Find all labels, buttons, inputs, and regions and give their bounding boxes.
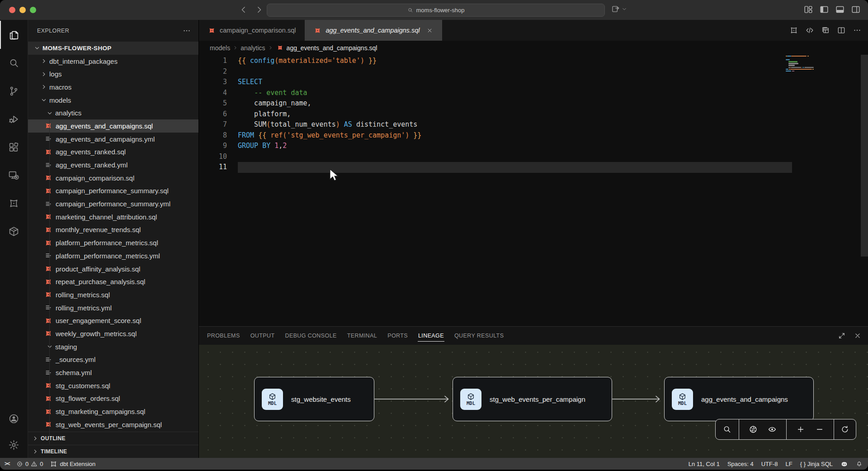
status-lf[interactable]: LF xyxy=(786,461,793,467)
breadcrumb-item[interactable]: models xyxy=(210,44,230,52)
dbt-extension-status[interactable]: dbt Extension xyxy=(50,460,95,468)
file-product_affinity_analysis.sql[interactable]: product_affinity_analysis.sql xyxy=(28,262,198,276)
folder-macros[interactable]: macros xyxy=(28,81,198,94)
panel-bottom-icon[interactable] xyxy=(835,5,845,14)
layout-grid-icon[interactable] xyxy=(803,5,813,14)
file-agg_events_and_campaigns.sql[interactable]: agg_events_and_campaigns.sql xyxy=(28,119,198,133)
window-action[interactable] xyxy=(611,5,627,14)
file-agg_events_and_campaigns.yml[interactable]: agg_events_and_campaigns.yml xyxy=(28,133,198,146)
activity-accounts[interactable] xyxy=(0,405,28,432)
folder-logs[interactable]: logs xyxy=(28,67,198,81)
code-line[interactable]: 5 campaign_name, xyxy=(199,98,868,109)
code-icon[interactable] xyxy=(805,26,814,35)
more-icon[interactable] xyxy=(853,26,862,35)
panel-right-icon[interactable] xyxy=(851,5,861,14)
dbt-logo-outline-icon[interactable] xyxy=(789,26,798,35)
status-utf-8[interactable]: UTF-8 xyxy=(761,461,778,467)
code-line[interactable]: 9GROUP BY 1,2 xyxy=(199,141,868,152)
file-rolling_metrics.yml[interactable]: rolling_metrics.yml xyxy=(28,301,198,314)
code-line[interactable]: 7 SUM(total_num_events) AS distinct_even… xyxy=(199,119,868,130)
status-spaces-4[interactable]: Spaces: 4 xyxy=(727,461,754,467)
activity-remote-explorer[interactable] xyxy=(0,161,28,189)
section-outline[interactable]: OUTLINE xyxy=(28,432,198,445)
folder-models[interactable]: models xyxy=(28,94,198,107)
search-icon[interactable] xyxy=(722,425,731,434)
file-rolling_metrics.sql[interactable]: rolling_metrics.sql xyxy=(28,288,198,301)
plus-icon[interactable] xyxy=(796,425,805,434)
activity-source-control[interactable] xyxy=(0,77,28,105)
editor-scrollbar[interactable] xyxy=(861,55,868,257)
file-repeat_purchase_analysis.sql[interactable]: repeat_purchase_analysis.sql xyxy=(28,275,198,288)
activity-search[interactable] xyxy=(0,49,28,77)
back-arrow-icon[interactable] xyxy=(239,5,248,14)
file-monthly_revenue_trends.sql[interactable]: monthly_revenue_trends.sql xyxy=(28,224,198,237)
activity-settings[interactable] xyxy=(0,432,28,458)
file-agg_events_ranked.yml[interactable]: agg_events_ranked.yml xyxy=(28,158,198,171)
remote-indicator[interactable]: >< xyxy=(5,461,9,467)
code-line[interactable]: 11 xyxy=(199,162,868,173)
minimize-window-button[interactable] xyxy=(19,7,26,13)
tree-root[interactable]: MOMS-FLOWER-SHOP xyxy=(28,42,198,55)
file-user_engagement_score.sql[interactable]: user_engagement_score.sql xyxy=(28,314,198,327)
status--jinja-sql[interactable]: { } Jinja SQL xyxy=(800,461,833,467)
status-ln-11-col-1[interactable]: Ln 11, Col 1 xyxy=(689,461,720,467)
activity-containers[interactable] xyxy=(0,217,28,245)
file-campaign_performance_summary.sql[interactable]: campaign_performance_summary.sql xyxy=(28,185,198,198)
panel-tab-query-results[interactable]: QUERY RESULTS xyxy=(454,331,504,341)
maximize-icon[interactable] xyxy=(838,332,846,340)
file-agg_events_ranked.sql[interactable]: agg_events_ranked.sql xyxy=(28,146,198,159)
breadcrumb-file[interactable]: agg_events_and_campaigns.sql xyxy=(287,44,377,52)
eye-icon[interactable] xyxy=(768,425,777,434)
section-timeline[interactable]: TIMELINE xyxy=(28,445,198,458)
command-center-search[interactable]: moms-flower-shop xyxy=(267,4,605,17)
code-line[interactable]: 6 platform, xyxy=(199,109,868,120)
minus-icon[interactable] xyxy=(815,425,824,434)
file-marketing_channel_attribution.sql[interactable]: marketing_channel_attribution.sql xyxy=(28,210,198,224)
lineage-canvas[interactable]: MDLstg_website_eventsMDLstg_web_events_p… xyxy=(199,345,868,458)
panel-tab-terminal[interactable]: TERMINAL xyxy=(347,331,377,341)
panel-tab-debug-console[interactable]: DEBUG CONSOLE xyxy=(284,331,337,341)
code-line[interactable]: 3SELECT xyxy=(199,77,868,88)
panel-tab-problems[interactable]: PROBLEMS xyxy=(207,331,241,341)
bell-icon[interactable] xyxy=(856,461,863,467)
file-weekly_growth_metrics.sql[interactable]: weekly_growth_metrics.sql xyxy=(28,327,198,340)
code-editor[interactable]: 1{{ config(materialized='table') }}23SEL… xyxy=(199,55,868,326)
activity-explorer[interactable] xyxy=(0,21,28,49)
lineage-node-stg_web_events_per_campaign[interactable]: MDLstg_web_events_per_campaign xyxy=(453,377,612,421)
code-line[interactable]: 4 -- event data xyxy=(199,88,868,99)
folder-dbt_internal_packages[interactable]: dbt_internal_packages xyxy=(28,55,198,68)
activity-dbt[interactable] xyxy=(0,189,28,217)
file-campaign_comparison.sql[interactable]: campaign_comparison.sql xyxy=(28,171,198,185)
file-_sources.yml[interactable]: _sources.yml xyxy=(28,353,198,366)
code-line[interactable]: 10 xyxy=(199,152,868,162)
refresh-icon[interactable] xyxy=(840,425,849,434)
file-campaign_performance_summary.yml[interactable]: campaign_performance_summary.yml xyxy=(28,197,198,210)
file-stg_flower_orders.sql[interactable]: stg_flower_orders.sql xyxy=(28,392,198,405)
lineage-node-stg_website_events[interactable]: MDLstg_website_events xyxy=(254,377,374,421)
panel-tab-lineage[interactable]: LINEAGE xyxy=(418,331,444,341)
activity-extensions[interactable] xyxy=(0,133,28,161)
file-platform_performance_metrics.yml[interactable]: platform_performance_metrics.yml xyxy=(28,249,198,262)
split-editor-icon[interactable] xyxy=(837,26,846,35)
code-line[interactable]: 1{{ config(materialized='table') }} xyxy=(199,56,868,67)
file-platform_performance_metrics.sql[interactable]: platform_performance_metrics.sql xyxy=(28,236,198,249)
tab-campaign_comparison.sql[interactable]: campaign_comparison.sql xyxy=(199,20,305,41)
activity-run-debug[interactable] xyxy=(0,105,28,133)
close-window-button[interactable] xyxy=(9,7,15,13)
close-icon[interactable] xyxy=(854,332,862,340)
minimap[interactable] xyxy=(786,56,814,76)
panel-tab-ports[interactable]: PORTS xyxy=(387,331,408,341)
folder-analytics[interactable]: analytics xyxy=(28,106,198,119)
table-icon[interactable] xyxy=(821,26,830,35)
file-schema.yml[interactable]: schema.yml xyxy=(28,366,198,379)
aperture-icon[interactable] xyxy=(749,425,758,434)
panel-tab-output[interactable]: OUTPUT xyxy=(250,331,275,341)
problems-indicator[interactable]: 0 0 xyxy=(16,461,43,467)
code-line[interactable]: 8FROM {{ ref('stg_web_events_per_campaig… xyxy=(199,130,868,141)
file-stg_customers.sql[interactable]: stg_customers.sql xyxy=(28,379,198,392)
file-stg_marketing_campaigns.sql[interactable]: stg_marketing_campaigns.sql xyxy=(28,405,198,418)
forward-arrow-icon[interactable] xyxy=(255,5,264,14)
lineage-node-agg_events_and_campaigns[interactable]: MDLagg_events_and_campaigns xyxy=(664,377,814,421)
tab-agg_events_and_campaigns.sql[interactable]: agg_events_and_campaigns.sql xyxy=(305,20,442,41)
copilot-icon[interactable] xyxy=(840,460,848,468)
